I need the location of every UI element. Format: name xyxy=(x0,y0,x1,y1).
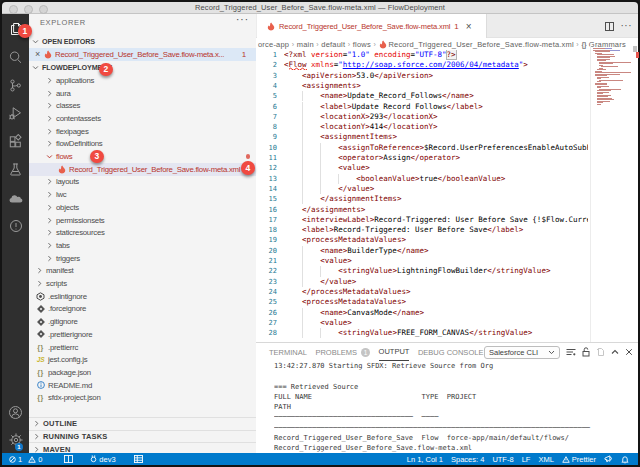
tree-item-staticresources[interactable]: staticresources xyxy=(29,226,256,239)
output-console[interactable]: 13:42:27.870 Starting SFDX: Retrieve Sou… xyxy=(274,361,634,453)
line-number: 8 xyxy=(256,122,277,132)
tab-close-icon[interactable]: × xyxy=(466,21,472,32)
line-number: 10 xyxy=(256,143,277,153)
output-line: ───────────────────────────────── ──── xyxy=(274,412,634,422)
tree-item-aura[interactable]: aura xyxy=(29,87,256,100)
panel-tab-terminal[interactable]: TERMINAL xyxy=(269,343,307,361)
panel-tab-output[interactable]: OUTPUT xyxy=(379,343,410,361)
status-org-alias[interactable]: dev3 xyxy=(90,455,115,464)
gear-badge: 1 xyxy=(15,443,23,451)
activity-test-beaker-icon[interactable] xyxy=(2,156,29,184)
activity-cloud-icon[interactable] xyxy=(2,184,29,212)
tree-item-flexipages[interactable]: flexipages xyxy=(29,125,256,138)
open-log-file-icon[interactable] xyxy=(596,347,605,357)
editor-layout-icon xyxy=(64,455,73,463)
info-file-icon xyxy=(36,381,45,390)
chevron-right-icon xyxy=(46,255,53,262)
code-line: 10 <assignToReference>$Record.UserPrefer… xyxy=(256,143,638,153)
tree-item-objects[interactable]: objects xyxy=(29,201,256,214)
status-utf-8[interactable]: UTF-8 xyxy=(492,455,513,464)
eslint-file-icon xyxy=(36,292,45,301)
tree-item--forceignore[interactable]: .forceignore xyxy=(29,303,256,316)
status-xml[interactable]: XML xyxy=(538,455,553,464)
close-panel-icon[interactable] xyxy=(625,348,633,356)
project-section-header[interactable]: FLOWDEPLOYMENT xyxy=(29,61,256,74)
status-editor-layout[interactable] xyxy=(64,455,73,463)
tree-item--prettierrc[interactable]: {}.prettierrc xyxy=(29,341,256,354)
open-editor-error-count: 1 xyxy=(242,50,246,59)
status-feedback[interactable] xyxy=(604,455,613,463)
tree-item-package-json[interactable]: {}package.json xyxy=(29,366,256,379)
output-channel-select[interactable]: Salesforce CLI xyxy=(484,346,560,359)
activity-source-control-icon[interactable] xyxy=(2,71,29,99)
tree-item-triggers[interactable]: triggers xyxy=(29,252,256,265)
breadcrumb-item[interactable]: Record_Triggered_User_Before_Save.flow-m… xyxy=(378,40,573,49)
status-problems[interactable]: 1 0 xyxy=(9,455,42,464)
symbol-object-icon: {} xyxy=(581,41,586,48)
tree-item-label: Record_Triggered_User_Before_Save.flow-m… xyxy=(69,165,240,174)
status-lf[interactable]: LF xyxy=(522,455,531,464)
section-outline[interactable]: OUTLINE xyxy=(29,417,256,430)
activity-search-icon[interactable] xyxy=(2,43,29,71)
status-spaces-4[interactable]: Spaces: 4 xyxy=(451,455,484,464)
tree-item-applications[interactable]: applications xyxy=(29,74,256,87)
unlock-icon[interactable] xyxy=(582,347,590,357)
section-running-tasks[interactable]: RUNNING TASKS xyxy=(29,430,256,443)
tree-item-contentassets[interactable]: contentassets xyxy=(29,112,256,125)
chevron-down-icon xyxy=(46,153,53,160)
tree-item-scripts[interactable]: scripts xyxy=(29,277,256,290)
editor-more-actions-icon[interactable]: ··· xyxy=(621,23,633,29)
tree-item-label: flexipages xyxy=(56,127,89,136)
activity-extensions-icon[interactable] xyxy=(2,127,29,155)
status-notifications[interactable] xyxy=(621,455,629,464)
open-editor-item[interactable]: × Record_Triggered_User_Before_Save.flow… xyxy=(29,48,256,61)
tree-item-manifest[interactable]: manifest xyxy=(29,265,256,278)
tree-item-label: staticresources xyxy=(56,228,105,237)
activity-issue-circle-icon[interactable] xyxy=(2,212,29,240)
tree-item-layouts[interactable]: layouts xyxy=(29,176,256,189)
megaphone-icon xyxy=(604,455,613,463)
tree-item-label: contentassets xyxy=(56,114,101,123)
error-dot xyxy=(246,154,251,159)
open-editors-header[interactable]: OPEN EDITORS xyxy=(29,35,256,48)
tree-item-lwc[interactable]: lwc xyxy=(29,188,256,201)
section-maven[interactable]: MAVEN xyxy=(29,442,256,453)
panel-tab-problems[interactable]: PROBLEMS1 xyxy=(315,343,370,361)
explorer-more-actions-icon[interactable]: ··· xyxy=(236,14,249,25)
annotation-badge-2: 2 xyxy=(99,63,113,77)
breadcrumb-item[interactable]: main xyxy=(297,40,314,49)
tree-item--prettierignore[interactable]: .prettierignore xyxy=(29,328,256,341)
tree-item-label: package.json xyxy=(48,368,91,377)
code-line: 27 <value> xyxy=(256,318,638,328)
maximize-panel-icon[interactable] xyxy=(611,349,619,355)
close-editor-icon[interactable]: × xyxy=(35,49,43,59)
tree-item-record-triggered-user-before-save-flow-meta-xml[interactable]: Record_Triggered_User_Before_Save.flow-m… xyxy=(29,163,256,176)
clear-output-icon[interactable] xyxy=(566,348,576,357)
activity-account-icon[interactable] xyxy=(2,398,29,426)
minimap[interactable] xyxy=(590,44,632,342)
breadcrumb-item[interactable]: default xyxy=(321,40,345,49)
breadcrumb-item[interactable]: flows xyxy=(353,40,371,49)
tree-item-jest-config-js[interactable]: JSjest.config.js xyxy=(29,353,256,366)
split-editor-icon[interactable] xyxy=(605,22,614,31)
warning-icon xyxy=(28,456,36,463)
tree-item-readme-md[interactable]: README.md xyxy=(29,379,256,392)
tree-item-sfdx-project-json[interactable]: {}sfdx-project.json xyxy=(29,392,256,405)
editor-code-area[interactable]: 1<?xml version="1.0" encoding="UTF-8"?>2… xyxy=(256,50,638,342)
tree-item-flowdefinitions[interactable]: flowDefinitions xyxy=(29,138,256,151)
tree-item-flows[interactable]: flows xyxy=(29,150,256,163)
tab-active-file[interactable]: Record_Triggered_User_Before_Save.flow-m… xyxy=(257,14,487,38)
breadcrumb-item[interactable]: orce-app xyxy=(258,40,289,49)
tree-item-tabs[interactable]: tabs xyxy=(29,239,256,252)
tree-item-classes[interactable]: classes xyxy=(29,99,256,112)
tree-item--eslintignore[interactable]: .eslintignore xyxy=(29,290,256,303)
line-number: 21 xyxy=(256,256,277,266)
panel-tab-debug-console[interactable]: DEBUG CONSOLE xyxy=(418,343,483,361)
status-prettier[interactable]: Prettier xyxy=(562,455,596,464)
tree-item-permissionsets[interactable]: permissionsets xyxy=(29,214,256,227)
activity-run-debug-icon[interactable] xyxy=(2,99,29,127)
tree-item-label: flowDefinitions xyxy=(56,139,103,148)
tree-item--gitignore[interactable]: .gitignore xyxy=(29,315,256,328)
status-table-view[interactable] xyxy=(134,455,143,463)
status-ln-1-col-1[interactable]: Ln 1, Col 1 xyxy=(407,455,443,464)
